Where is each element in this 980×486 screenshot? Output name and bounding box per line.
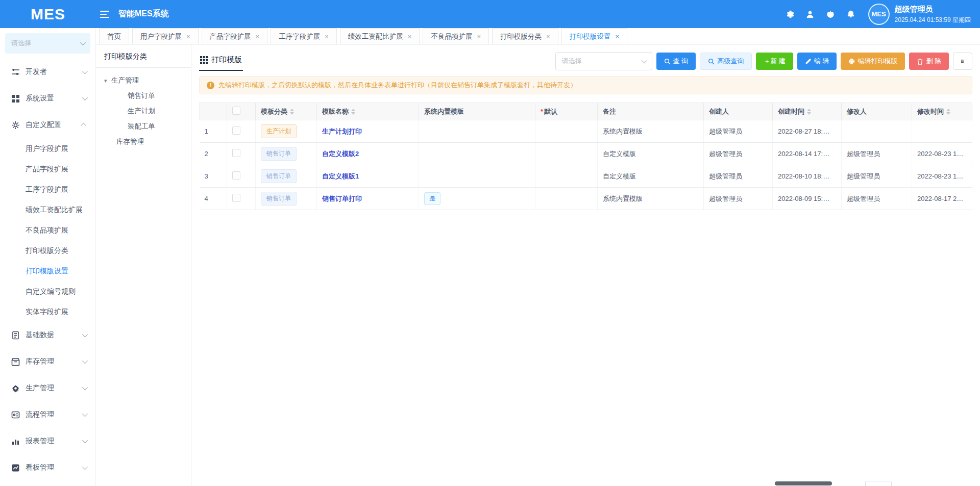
bell-icon[interactable] (841, 4, 861, 24)
menu-collapse-icon[interactable] (100, 11, 109, 18)
sidebar-item-inventory[interactable]: 库存管理 (0, 348, 95, 375)
delete-button[interactable]: 删 除 (909, 53, 949, 70)
close-icon[interactable]: × (186, 33, 190, 40)
tab-print-template-settings[interactable]: 打印模版设置× (561, 28, 628, 44)
sidebar-item-dashboard[interactable]: 看板管理 (0, 454, 95, 481)
edit-button[interactable]: 编 辑 (797, 53, 837, 70)
template-name-link[interactable]: 自定义模版2 (322, 150, 359, 158)
sidebar-item-developer[interactable]: 开发者 (0, 59, 95, 85)
created-header[interactable]: 创建时间 (773, 103, 842, 120)
sidebar-item-print-template-settings[interactable]: 打印模版设置 (0, 261, 95, 281)
document-icon (11, 331, 20, 340)
sidebar-item-production[interactable]: 生产管理 (0, 375, 95, 401)
sidebar-item-system-settings[interactable]: 系统设置 (0, 85, 95, 112)
modifier-cell: 超级管理员 (842, 165, 912, 188)
tab-user-field[interactable]: 用户字段扩展× (132, 28, 199, 44)
close-icon[interactable]: × (616, 33, 620, 40)
settings-gear-icon[interactable] (779, 4, 800, 24)
caret-down-icon[interactable]: ▾ (104, 78, 107, 84)
remark-cell: 自定义模版 (598, 143, 704, 165)
search-select[interactable]: 请选择 (555, 52, 652, 70)
template-name-link[interactable]: 自定义模版1 (322, 172, 359, 180)
close-icon[interactable]: × (325, 33, 329, 40)
avatar[interactable]: MES (868, 4, 890, 25)
sort-icon (351, 109, 355, 115)
chevron-down-icon (641, 58, 647, 63)
template-name-link[interactable]: 生产计划打印 (322, 127, 362, 135)
tab-home[interactable]: 首页 (99, 28, 129, 44)
column-settings-button[interactable] (953, 53, 972, 70)
row-checkbox[interactable] (232, 126, 240, 135)
close-icon[interactable]: × (256, 33, 260, 40)
tab-defect-item[interactable]: 不良品项扩展× (423, 28, 489, 44)
page-title: 打印模版 (199, 52, 243, 71)
tab-print-template-category[interactable]: 打印模版分类× (492, 28, 558, 44)
name-header[interactable]: 模版名称 (317, 103, 419, 120)
sidebar-item-workflow[interactable]: 流程管理 (0, 401, 95, 428)
chevron-down-icon (82, 438, 88, 443)
created-cell: 2022-08-09 15:… (773, 188, 842, 210)
edit-print-template-button[interactable]: 编辑打印模版 (841, 53, 905, 70)
row-index: 4 (200, 188, 227, 210)
bar-chart-icon (11, 437, 20, 446)
user-icon[interactable] (800, 4, 820, 24)
sidebar-item-base-data[interactable]: 基础数据 (0, 322, 95, 348)
tree-node-production[interactable]: ▾ 生产管理 (100, 73, 187, 88)
template-name-link[interactable]: 销售订单打印 (322, 195, 362, 202)
row-index: 3 (200, 165, 227, 188)
row-checkbox[interactable] (232, 171, 240, 180)
tree-node-inventory[interactable]: 库存管理 (100, 134, 187, 149)
advanced-query-button[interactable]: 高级查询 (700, 53, 752, 70)
close-icon[interactable]: × (546, 33, 550, 40)
table-row: 1 生产计划 生产计划打印 系统内置模版 超级管理员 2022-08-27 18… (200, 120, 972, 143)
sidebar-item-performance-ratio[interactable]: 绩效工资配比扩展 (0, 199, 95, 220)
main-content: 打印模版 请选择 查 询 高级查询 (191, 45, 980, 486)
pencil-icon (805, 58, 812, 65)
tree-node-sales-order[interactable]: 销售订单 (100, 88, 187, 104)
row-index: 2 (200, 143, 227, 165)
created-cell: 2022-08-10 18:… (773, 165, 842, 188)
power-icon[interactable] (820, 4, 841, 24)
row-index: 1 (200, 120, 227, 143)
logo-text: MES (31, 6, 65, 22)
tree-node-assembly-order[interactable]: 装配工单 (100, 119, 187, 134)
table-header-row: 模板分类 模版名称 系统内置模版 *默认 备注 创建人 创建时间 修改人 修改时… (200, 103, 972, 120)
sidebar-item-defect-item[interactable]: 不良品项扩展 (0, 220, 95, 240)
grid-title-icon (200, 56, 208, 64)
modified-cell (912, 120, 972, 143)
scrollbar-thumb[interactable] (775, 481, 832, 485)
tab-process-field[interactable]: 工序字段扩展× (271, 28, 337, 44)
row-checkbox[interactable] (232, 194, 240, 202)
close-icon[interactable]: × (408, 33, 412, 40)
sidebar-item-user-field[interactable]: 用户字段扩展 (0, 138, 95, 159)
new-button[interactable]: ＋新 建 (756, 53, 793, 70)
horizontal-scrollbar[interactable] (191, 481, 980, 486)
chevron-down-icon (82, 411, 88, 417)
sidebar-item-numbering-rule[interactable]: 自定义编号规则 (0, 281, 95, 301)
gear-icon (11, 121, 20, 130)
app-title: 智能MES系统 (118, 9, 169, 19)
select-all-header (227, 103, 256, 120)
banner-text: 先编辑打印模版，之后切换默认的模版，然后在具体业务表单进行打印（目前仅在销售订单… (218, 81, 577, 90)
sidebar-item-mini-app[interactable]: 小程序 (0, 481, 95, 486)
table-row: 4 销售订单 销售订单打印 是 系统内置模版 超级管理员 2022-08-09 … (200, 188, 972, 210)
category-header[interactable]: 模板分类 (256, 103, 317, 120)
sidebar-filter-select[interactable]: 请选择 (5, 33, 90, 54)
tree-title: 打印模版分类 (96, 45, 191, 68)
query-button[interactable]: 查 询 (656, 53, 696, 70)
sidebar-item-custom-config[interactable]: 自定义配置 (0, 112, 95, 138)
search-icon (664, 58, 671, 65)
tree-node-production-plan[interactable]: 生产计划 (100, 104, 187, 119)
sidebar-item-print-template-category[interactable]: 打印模版分类 (0, 240, 95, 261)
tab-performance-ratio[interactable]: 绩效工资配比扩展× (340, 28, 420, 44)
close-icon[interactable]: × (477, 33, 481, 40)
sidebar-item-reports[interactable]: 报表管理 (0, 428, 95, 454)
index-header (200, 103, 227, 120)
modified-header[interactable]: 修改时间 (912, 103, 972, 120)
row-checkbox[interactable] (232, 149, 240, 157)
sidebar-item-product-field[interactable]: 产品字段扩展 (0, 159, 95, 179)
select-all-checkbox[interactable] (232, 107, 240, 115)
tab-product-field[interactable]: 产品字段扩展× (202, 28, 268, 44)
sidebar-item-entity-field[interactable]: 实体字段扩展 (0, 301, 95, 322)
sidebar-item-process-field[interactable]: 工序字段扩展 (0, 179, 95, 199)
